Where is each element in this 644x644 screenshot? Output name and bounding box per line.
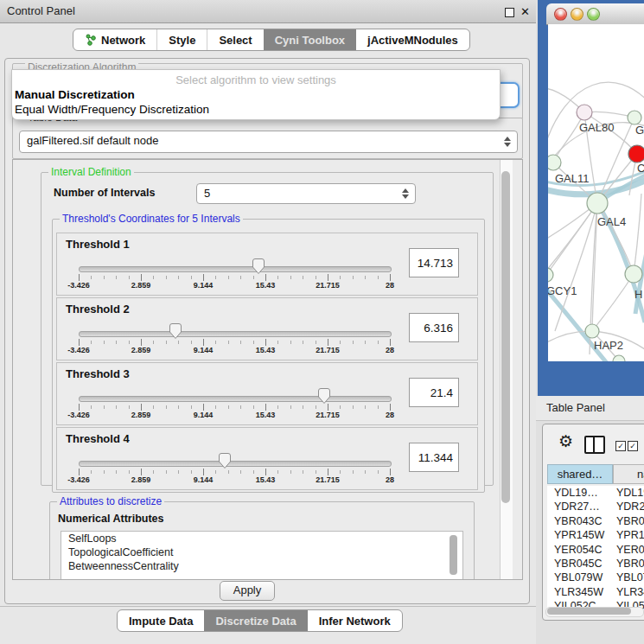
network-node-gal4[interactable] [587,193,608,214]
tick-mark [303,470,303,474]
network-node-h[interactable] [625,265,642,283]
network-icon [85,34,97,46]
tick-label: 21.715 [316,475,340,484]
tick-mark [129,470,130,474]
table-row[interactable]: YLR345WYLR345W [547,585,644,599]
tab-network[interactable]: Network [73,29,156,50]
tick-mark [191,470,192,474]
checkbox-icon[interactable]: ✓ [628,441,638,451]
network-node-gal80[interactable] [577,105,592,120]
threshold-value-field[interactable]: 11.344 [409,443,459,472]
tick-mark [141,469,142,475]
tick-label: 15.43 [256,346,276,354]
network-node-c[interactable] [628,145,644,163]
gear-icon[interactable]: ⚙ [558,431,573,451]
list-item[interactable]: SelfLoops [61,532,462,545]
tick-label: 15.43 [256,281,276,290]
apply-button[interactable]: Apply [220,581,275,601]
tick-mark [166,276,167,279]
slider-handle[interactable] [317,387,331,405]
network-node-gal11[interactable] [548,155,561,170]
list-item[interactable]: BetweennessCentrality [61,559,462,573]
tick-mark [240,276,241,279]
tick-mark [166,470,167,474]
network-graph: GAL80GACGAL11GAL4GCY1HHAP2 [548,24,644,361]
table-row[interactable]: YBL079WYBL079W [547,571,644,584]
slider-handle[interactable] [218,452,232,469]
mac-minimize-button[interactable] [571,8,583,21]
number-of-intervals-combobox[interactable]: 5 [196,183,416,204]
bottom-tab-infer-network[interactable]: Infer Network [308,610,402,631]
slider-handle[interactable] [252,258,265,275]
slider-track[interactable] [79,331,392,337]
table-row[interactable]: YDR27…YDR27… [547,500,644,513]
tick-mark [91,470,92,474]
slider-track[interactable] [79,396,392,402]
threshold-value-field[interactable]: 6.316 [409,313,459,342]
tab-style[interactable]: Style [156,29,207,50]
tab-select[interactable]: Select [207,29,263,50]
tick-mark [316,405,316,409]
table-row[interactable]: YER054CYER054C [547,543,644,557]
threshold-value-field[interactable]: 21.4 [409,378,459,407]
threshold-label: Threshold 1 [66,238,130,251]
tick-mark [290,341,291,344]
tick-mark [378,276,379,279]
tick-mark [228,276,229,279]
tick-mark [378,341,379,344]
numerical-attributes-list[interactable]: SelfLoopsTopologicalCoefficientBetweenne… [61,531,463,580]
cell-name: YPR145W [614,528,644,542]
table-row[interactable]: YBR043CYBR043C [547,514,644,528]
network-node-gcy1[interactable] [548,268,553,282]
network-node-ga[interactable] [628,111,641,124]
tick-label: 2.859 [131,475,151,484]
tick-mark [116,276,117,279]
column-header-name[interactable]: name [613,464,644,484]
table-data-combobox[interactable]: galFiltered.sif default node [19,131,518,153]
slider-track[interactable] [79,266,392,272]
tab-jactivemnodules[interactable]: jActiveMNodules [356,29,469,50]
table-row[interactable]: YBR045CYBR045C [547,557,644,571]
threshold-value-field[interactable]: 14.713 [409,248,459,277]
checkbox-icon[interactable]: ✓ [615,441,626,451]
columns-icon[interactable] [584,436,605,454]
network-node-label: GA [635,124,644,137]
cell-shared-name: YBR045C [547,557,614,571]
mac-close-button[interactable] [554,8,567,21]
network-node-hap2[interactable] [585,324,599,338]
tick-mark [153,470,154,474]
slider-track[interactable] [79,461,392,467]
close-icon[interactable]: ✕ [520,5,530,18]
network-canvas[interactable]: GAL80GACGAL11GAL4GCY1HHAP2 [548,24,644,361]
network-node-label: GAL4 [597,215,626,228]
list-item[interactable]: TopologicalCoefficient [61,545,462,559]
mac-zoom-button[interactable] [587,8,600,21]
algorithm-prompt-option[interactable]: Select algorithm to view settings [12,73,500,86]
tick-label: 15.43 [256,475,276,484]
tab-cyni-toolbox[interactable]: Cyni Toolbox [264,29,356,50]
network-node-label: C [637,162,644,175]
divider [0,606,536,607]
bottom-tab-impute-data[interactable]: Impute Data [118,610,204,631]
tick-label: 9.144 [194,346,214,354]
algorithm-option-equal-width[interactable]: Equal Width/Frequency Discretization [15,103,209,116]
algorithm-option-manual[interactable]: Manual Discretization [15,88,135,101]
tick-mark [277,276,278,279]
table-row[interactable]: YDL19…YDL19… [547,486,644,500]
table-row[interactable]: YPR145WYPR145W [547,528,644,542]
tick-label: 9.144 [194,281,214,290]
slider-handle[interactable] [169,322,182,340]
network-window-titlebar[interactable] [546,3,644,25]
bottom-tab-discretize-data[interactable]: Discretize Data [204,610,307,631]
threshold-label: Threshold 4 [66,432,130,445]
tick-mark [215,470,216,474]
table-hscrollbar-thumb[interactable] [547,608,631,615]
column-header-shared[interactable]: shared… [547,464,613,484]
network-edge [553,112,584,163]
panel-scrollbar-thumb[interactable] [501,171,510,503]
tick-mark [228,341,229,344]
attribute-list-scrollbar[interactable] [450,535,457,575]
float-window-icon[interactable] [505,8,514,17]
tick-mark [79,339,80,346]
thresholds-group-label: Threshold's Coordinates for 5 Intervals [60,213,243,225]
